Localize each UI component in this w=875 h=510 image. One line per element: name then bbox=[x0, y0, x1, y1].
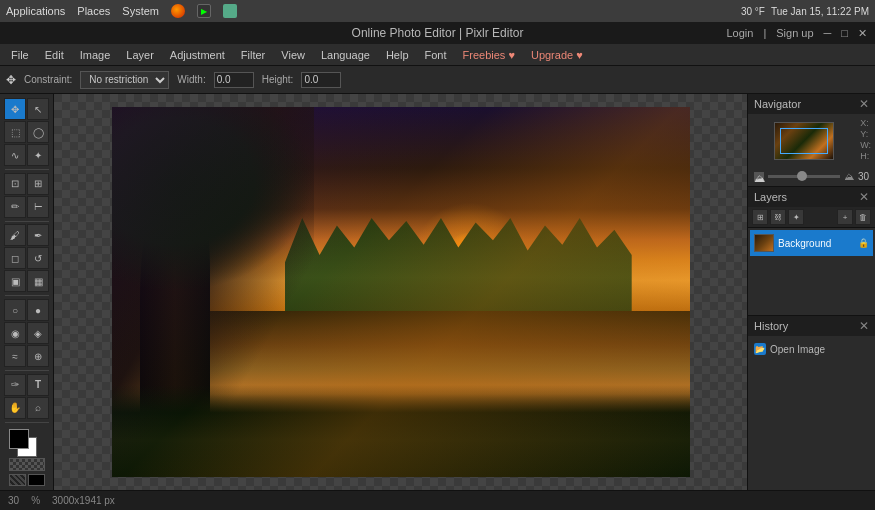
layer-lock-icon[interactable]: 🔒 bbox=[858, 238, 869, 248]
nav-w-label: W: bbox=[860, 140, 871, 150]
layers-tb-link[interactable]: ⛓ bbox=[770, 209, 786, 225]
system-menu[interactable]: System bbox=[122, 5, 159, 17]
tool-gradient[interactable]: ▦ bbox=[27, 270, 49, 292]
tool-dodge[interactable]: ○ bbox=[4, 299, 26, 321]
tool-sharpen[interactable]: ◈ bbox=[27, 322, 49, 344]
constraint-select[interactable]: No restriction Square Golden ratio bbox=[80, 71, 169, 89]
tool-magic-wand[interactable]: ✦ bbox=[27, 144, 49, 166]
history-close[interactable]: ✕ bbox=[859, 319, 869, 333]
tool-row-3: ∿ ✦ bbox=[4, 144, 49, 166]
tool-crop[interactable]: ⊡ bbox=[4, 173, 26, 195]
tool-divider-5 bbox=[5, 422, 49, 423]
tool-move[interactable]: ✥ bbox=[4, 98, 26, 120]
tool-text[interactable]: T bbox=[27, 374, 49, 396]
tool-row-9: ○ ● bbox=[4, 299, 49, 321]
tool-row-8: ▣ ▦ bbox=[4, 270, 49, 292]
menu-font[interactable]: Font bbox=[418, 47, 454, 63]
tool-burn[interactable]: ● bbox=[27, 299, 49, 321]
layers-close[interactable]: ✕ bbox=[859, 190, 869, 204]
menu-upgrade[interactable]: Upgrade ♥ bbox=[524, 47, 590, 63]
window-minimize[interactable]: ─ bbox=[824, 27, 832, 39]
menu-edit[interactable]: Edit bbox=[38, 47, 71, 63]
foreground-color-swatch[interactable] bbox=[9, 429, 29, 449]
constraint-label: Constraint: bbox=[24, 74, 72, 85]
height-input[interactable] bbox=[301, 72, 341, 88]
tool-pencil[interactable]: ✒ bbox=[27, 224, 49, 246]
menu-filter[interactable]: Filter bbox=[234, 47, 272, 63]
tool-hand[interactable]: ✋ bbox=[4, 397, 26, 419]
height-label: Height: bbox=[262, 74, 294, 85]
layers-tb-style[interactable]: ✦ bbox=[788, 209, 804, 225]
menu-language[interactable]: Language bbox=[314, 47, 377, 63]
history-header: History ✕ bbox=[748, 316, 875, 336]
tool-clone[interactable]: ⊕ bbox=[27, 345, 49, 367]
layers-tb-delete[interactable]: 🗑 bbox=[855, 209, 871, 225]
tool-slice[interactable]: ⊞ bbox=[27, 173, 49, 195]
layers-header: Layers ✕ bbox=[748, 187, 875, 207]
title-bar: Online Photo Editor | Pixlr Editor Login… bbox=[0, 22, 875, 44]
os-bar-right: 30 °F Tue Jan 15, 11:22 PM bbox=[741, 6, 869, 17]
menu-file[interactable]: File bbox=[4, 47, 36, 63]
tool-zoom[interactable]: ⌕ bbox=[27, 397, 49, 419]
canvas-area[interactable] bbox=[54, 94, 747, 490]
nav-zoom-small[interactable]: ⛰ bbox=[754, 172, 764, 182]
menu-view[interactable]: View bbox=[274, 47, 312, 63]
tool-smudge[interactable]: ≈ bbox=[4, 345, 26, 367]
window-close[interactable]: ✕ bbox=[858, 27, 867, 40]
history-item-icon: 📂 bbox=[754, 343, 766, 355]
canvas-image[interactable] bbox=[112, 107, 690, 477]
tool-lasso[interactable]: ∿ bbox=[4, 144, 26, 166]
tool-blur[interactable]: ◉ bbox=[4, 322, 26, 344]
black-swatch[interactable] bbox=[28, 474, 45, 486]
layer-item[interactable]: Background 🔒 bbox=[750, 230, 873, 256]
tool-eraser[interactable]: ◻ bbox=[4, 247, 26, 269]
tool-ruler[interactable]: ⊢ bbox=[27, 196, 49, 218]
layers-panel: Layers ✕ ⊞ ⛓ ✦ + 🗑 Background 🔒 bbox=[748, 187, 875, 316]
menu-layer[interactable]: Layer bbox=[119, 47, 161, 63]
tool-brush[interactable]: 🖌 bbox=[4, 224, 26, 246]
tool-row-12: ✑ T bbox=[4, 374, 49, 396]
layers-tb-new[interactable]: + bbox=[837, 209, 853, 225]
menu-adjustment[interactable]: Adjustment bbox=[163, 47, 232, 63]
menu-freebies[interactable]: Freebies ♥ bbox=[456, 47, 522, 63]
tool-marquee-rect[interactable]: ⬚ bbox=[4, 121, 26, 143]
history-title: History bbox=[754, 320, 788, 332]
history-item[interactable]: 📂 Open Image bbox=[754, 339, 869, 359]
nav-y-label: Y: bbox=[860, 129, 871, 139]
pattern-swatch[interactable] bbox=[9, 474, 26, 486]
window-maximize[interactable]: □ bbox=[841, 27, 848, 39]
nav-zoom-handle[interactable] bbox=[797, 171, 807, 181]
right-panel: Navigator ✕ X: Y: W: H: ⛰ ⛰ bbox=[747, 94, 875, 490]
checkerboard-pattern[interactable] bbox=[9, 458, 45, 471]
os-icon-files[interactable] bbox=[223, 4, 237, 18]
zoom-percent: % bbox=[31, 495, 40, 506]
tool-eyedropper[interactable]: ✏ bbox=[4, 196, 26, 218]
tool-marquee-ellipse[interactable]: ◯ bbox=[27, 121, 49, 143]
zoom-value: 30 bbox=[8, 495, 19, 506]
history-panel: History ✕ 📂 Open Image bbox=[748, 316, 875, 362]
nav-zoom-large[interactable]: ⛰ bbox=[844, 171, 854, 182]
os-icon-terminal[interactable]: ▶ bbox=[197, 4, 211, 18]
menu-image[interactable]: Image bbox=[73, 47, 118, 63]
navigator-close[interactable]: ✕ bbox=[859, 97, 869, 111]
menu-help[interactable]: Help bbox=[379, 47, 416, 63]
tool-options-icon: ✥ bbox=[6, 73, 16, 87]
navigator-header: Navigator ✕ bbox=[748, 94, 875, 114]
applications-menu[interactable]: Applications bbox=[6, 5, 65, 17]
nav-zoom-slider[interactable] bbox=[768, 175, 840, 178]
os-icon-firefox[interactable] bbox=[171, 4, 185, 18]
tool-arrow[interactable]: ↖ bbox=[27, 98, 49, 120]
navigator-thumbnail[interactable] bbox=[774, 122, 834, 160]
os-bar: Applications Places System ▶ 30 °F Tue J… bbox=[0, 0, 875, 22]
tool-paint-bucket[interactable]: ▣ bbox=[4, 270, 26, 292]
pattern-area bbox=[9, 474, 45, 486]
navigator-content: X: Y: W: H: bbox=[748, 114, 875, 168]
layers-tb-blend[interactable]: ⊞ bbox=[752, 209, 768, 225]
login-button[interactable]: Login bbox=[726, 27, 753, 39]
signup-button[interactable]: Sign up bbox=[776, 27, 813, 39]
tool-history-brush[interactable]: ↺ bbox=[27, 247, 49, 269]
tool-pen[interactable]: ✑ bbox=[4, 374, 26, 396]
places-menu[interactable]: Places bbox=[77, 5, 110, 17]
tool-row-5: ✏ ⊢ bbox=[4, 196, 49, 218]
width-input[interactable] bbox=[214, 72, 254, 88]
